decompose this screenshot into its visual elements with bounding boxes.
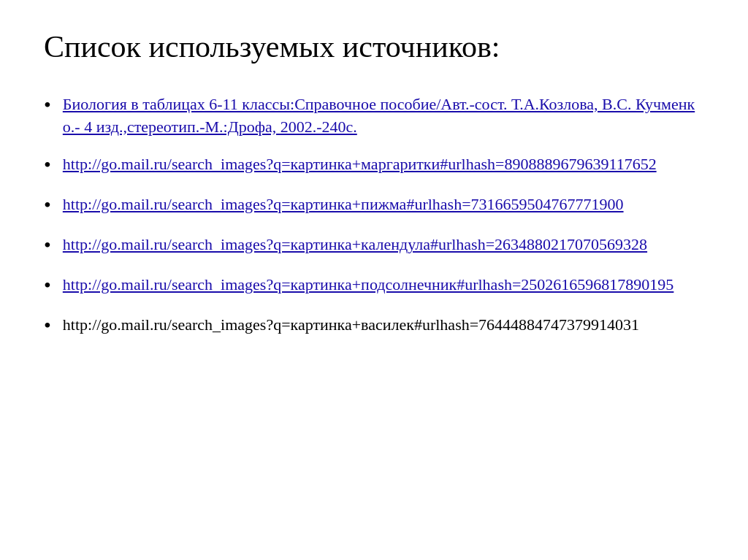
list-item: •http://go.mail.ru/search_images?q=карти… (44, 314, 704, 340)
list-item: •http://go.mail.ru/search_images?q=карти… (44, 153, 704, 179)
source-item-content[interactable]: http://go.mail.ru/search_images?q=картин… (63, 234, 704, 256)
list-item: •http://go.mail.ru/search_images?q=карти… (44, 234, 704, 259)
source-link-4[interactable]: http://go.mail.ru/search_images?q=картин… (63, 235, 647, 253)
bullet-icon: • (44, 150, 51, 179)
bullet-icon: • (44, 191, 51, 219)
list-item: •http://go.mail.ru/search_images?q=карти… (44, 274, 704, 299)
source-item-content[interactable]: http://go.mail.ru/search_images?q=картин… (63, 153, 704, 176)
bullet-icon: • (44, 311, 51, 340)
source-link-1[interactable]: Биология в таблицах 6-11 классы:Справочн… (63, 95, 695, 136)
source-item-content: http://go.mail.ru/search_images?q=картин… (63, 314, 704, 337)
list-item: •Биология в таблицах 6-11 классы:Справоч… (44, 93, 704, 139)
source-item-content[interactable]: http://go.mail.ru/search_images?q=картин… (63, 193, 704, 216)
source-link-3[interactable]: http://go.mail.ru/search_images?q=картин… (63, 195, 624, 213)
source-link-2[interactable]: http://go.mail.ru/search_images?q=картин… (63, 155, 657, 173)
page-title: Список используемых источников: (44, 29, 704, 64)
bullet-icon: • (44, 271, 51, 299)
sources-list: •Биология в таблицах 6-11 классы:Справоч… (44, 93, 704, 340)
bullet-icon: • (44, 231, 51, 259)
source-text-6: http://go.mail.ru/search_images?q=картин… (63, 315, 639, 334)
list-item: •http://go.mail.ru/search_images?q=карти… (44, 193, 704, 219)
source-link-5[interactable]: http://go.mail.ru/search_images?q=картин… (63, 275, 674, 294)
bullet-icon: • (44, 91, 51, 119)
source-item-content[interactable]: Биология в таблицах 6-11 классы:Справочн… (63, 93, 704, 139)
source-item-content[interactable]: http://go.mail.ru/search_images?q=картин… (63, 274, 704, 296)
